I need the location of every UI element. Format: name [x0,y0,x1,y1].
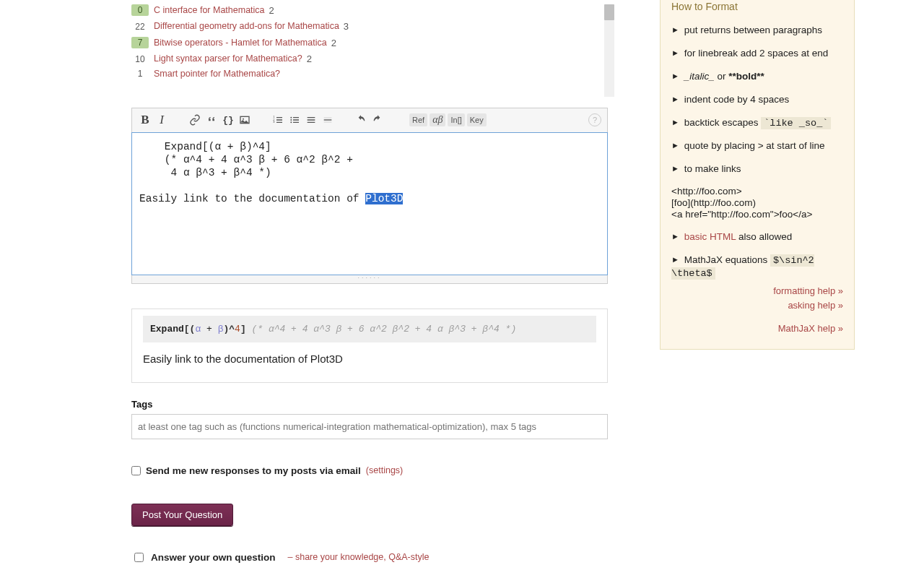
bold-button[interactable]: B [138,113,152,127]
svg-text:3: 3 [273,120,275,124]
redo-icon[interactable] [370,113,385,127]
editor-line: Easily link to the documentation of [139,193,365,204]
code-token: 4 α β^3 + β^4 *) [426,324,516,335]
hr-icon[interactable] [321,113,335,127]
italic-button[interactable]: I [154,113,169,127]
tags-input[interactable] [131,414,608,439]
ordered-list-icon[interactable]: 123 [271,113,285,127]
email-responses-checkbox[interactable] [131,466,141,475]
editor-selection: Plot3D [365,193,403,204]
svg-point-7 [290,121,292,123]
mathjax-help-link[interactable]: MathJaX help » [671,322,843,336]
related-item[interactable]: 1 Smart pointer for Mathematica? [131,69,608,79]
votes-badge: 22 [131,22,149,31]
code-token: 4 [235,324,240,335]
help-item: ► _italic_ or **bold** [671,70,843,83]
code-token: + [201,324,217,335]
related-count: 3 [344,22,349,31]
unordered-list-icon[interactable] [287,113,302,127]
votes-badge: 7 [131,37,149,48]
format-help-box: How to Format ► put returns between para… [660,0,855,350]
preview-text: Easily link to the documentation of Plot… [143,353,596,365]
editor-line: 4 α β^3 + β^4 *) [139,167,271,178]
ref-pill[interactable]: Ref [409,113,427,126]
help-item: ► indent code by 4 spaces [671,93,843,106]
related-count: 2 [331,38,336,48]
related-link[interactable]: Smart pointer for Mathematica? [154,69,280,79]
email-settings-link[interactable]: (settings) [366,465,403,475]
help-links: formatting help » asking help » MathJaX … [671,284,843,336]
related-link[interactable]: Bitwise operators - Hamlet for Mathemati… [154,38,327,48]
code-icon[interactable]: {} [221,113,235,127]
votes-badge: 10 [131,55,149,64]
editor-toolbar: B I {} 123 Ref αβ In[] [131,108,608,132]
toolbar-help-icon[interactable]: ? [588,113,601,126]
key-pill[interactable]: Key [467,113,487,126]
related-count: 2 [307,54,312,64]
quote-icon[interactable] [204,113,219,127]
help-item: ► for linebreak add 2 spaces at end [671,47,843,60]
asking-help-link[interactable]: asking help » [671,298,843,313]
votes-badge: 1 [131,69,149,78]
heading-icon[interactable] [304,113,318,127]
preview-code-block: Expand[(α + β)^4] (* α^4 + 4 α^3 β + 6 α… [143,316,596,342]
help-item: ► to make links [671,163,843,176]
related-count: 2 [269,6,274,15]
code-token: )^ [223,324,235,335]
image-icon[interactable] [237,113,252,127]
help-item: ► put returns between paragraphs [671,24,843,37]
svg-point-6 [290,119,292,121]
email-responses-label: Send me new responses to my posts via em… [146,465,361,476]
help-item: ► backtick escapes `like _so_` [671,116,843,129]
formatting-help-link[interactable]: formatting help » [671,284,843,298]
link-icon[interactable] [188,113,202,127]
related-link[interactable]: C interface for Mathematica [154,6,265,15]
basic-html-link[interactable]: basic HTML [684,231,736,242]
code-token: (* α^4 + 4 α^3 β + 6 α^2 β^2 + [252,324,421,335]
related-questions: 0 C interface for Mathematica 2 22 Diffe… [131,4,608,79]
answer-own-checkbox[interactable] [134,553,144,562]
tags-label: Tags [131,399,608,410]
editor-line: (* α^4 + 4 α^3 β + 6 α^2 β^2 + [139,154,353,165]
help-link-example: <http://foo.com> [foo](http://foo.com) <… [671,186,843,220]
undo-icon[interactable] [354,113,368,127]
related-item[interactable]: 7 Bitwise operators - Hamlet for Mathema… [131,37,608,48]
answer-own-share-link[interactable]: – share your knowledge, Q&A-style [288,552,430,562]
related-scrollbar-thumb[interactable] [604,4,614,20]
editor-textarea[interactable]: Expand[(α + β)^4] (* α^4 + 4 α^3 β + 6 α… [131,132,608,275]
answer-own-question-row: Answer your own question – share your kn… [131,551,608,564]
svg-point-1 [243,118,244,120]
code-token: ] [240,324,246,335]
related-link[interactable]: Light syntax parser for Mathematica? [154,54,302,64]
related-scrollbar[interactable] [604,4,614,97]
inout-pill[interactable]: In[] [448,113,464,126]
help-item: ► basic HTML also allowed [671,230,843,243]
email-responses-row: Send me new responses to my posts via em… [131,465,608,476]
preview-area: Expand[(α + β)^4] (* α^4 + 4 α^3 β + 6 α… [131,309,608,383]
help-item: ► MathJaX equations $\sin^2 \theta$ [671,254,843,280]
editor-resize-grip[interactable]: ······ [131,275,608,284]
related-item[interactable]: 0 C interface for Mathematica 2 [131,4,608,16]
related-link[interactable]: Differential geometry add-ons for Mathem… [154,22,339,31]
code-token: Expand [150,324,184,335]
editor-line: Expand[(α + β)^4] [139,141,271,152]
format-help-title: How to Format [671,1,843,12]
votes-badge: 0 [131,4,149,16]
answer-own-label: Answer your own question [151,552,276,563]
svg-point-5 [290,117,292,118]
help-item: ► quote by placing > at start of line [671,139,843,152]
post-question-button[interactable]: Post Your Question [131,504,233,526]
greek-pill[interactable]: αβ [430,113,445,126]
code-token: [( [184,324,196,335]
related-item[interactable]: 10 Light syntax parser for Mathematica? … [131,54,608,64]
related-item[interactable]: 22 Differential geometry add-ons for Mat… [131,22,608,31]
